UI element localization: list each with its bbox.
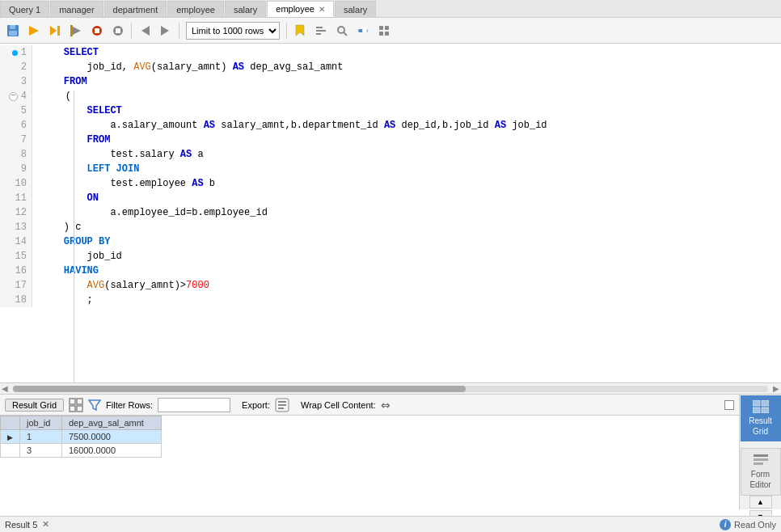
filter-input[interactable]	[158, 398, 230, 412]
line-num-12: 12	[5, 205, 27, 220]
code-line-13: ) c	[40, 220, 773, 234]
result-grid-button[interactable]: ResultGrid	[741, 395, 781, 441]
svg-rect-25	[385, 32, 389, 36]
svg-rect-38	[762, 407, 769, 413]
forward-button[interactable]	[156, 21, 175, 40]
back-button[interactable]	[135, 21, 154, 40]
tab-salary1-label: salary	[234, 5, 257, 15]
tab-bar: Query 1 manager department employee sala…	[0, 0, 781, 18]
tab-salary1[interactable]: salary	[225, 1, 266, 17]
line-num-6: 6	[5, 118, 27, 133]
save-button[interactable]	[3, 21, 23, 40]
info-icon[interactable]: i	[720, 519, 731, 530]
scroll-up-button[interactable]: ▲	[749, 496, 772, 509]
form-editor-button[interactable]: FormEditor	[741, 448, 781, 496]
table-row[interactable]: ▶ 1 7500.0000	[1, 430, 162, 444]
line-num-17: 17	[5, 278, 27, 293]
svg-rect-2	[9, 31, 17, 36]
tab-employee2[interactable]: employee ✕	[267, 1, 334, 17]
svg-point-21	[362, 28, 367, 33]
execute-all-button[interactable]	[24, 21, 44, 40]
code-line-10: test.employee AS b	[40, 176, 773, 191]
svg-line-19	[344, 32, 347, 36]
result-grid-area[interactable]: job_id dep_avg_sal_amnt ▶ 1 7500.0000 3	[0, 416, 739, 509]
status-right: i Read Only	[720, 519, 776, 530]
code-line-6: a.salary_amount AS salary_amnt,b.departm…	[40, 118, 773, 133]
limit-select[interactable]: Limit to 1000 rows No Limit Limit to 200…	[186, 22, 280, 40]
tab-query1[interactable]: Query 1	[0, 1, 49, 17]
scroll-left-arrow[interactable]: ◀	[0, 384, 10, 393]
result-side-panel: ResultGrid FormEditor ▲ ▼	[739, 395, 781, 509]
toggle-button[interactable]	[353, 21, 373, 40]
tab-query1-label: Query 1	[9, 5, 40, 15]
cell-dep-avg-1: 7500.0000	[61, 430, 161, 444]
table-row[interactable]: 3 16000.0000	[1, 444, 162, 458]
stop-script-button[interactable]	[108, 21, 128, 40]
code-line-14: GROUP BY	[40, 234, 773, 249]
row-indicator-header	[1, 416, 20, 430]
result-toolbar: Result Grid Filter Rows: Export: Wrap Ce…	[0, 395, 739, 416]
svg-rect-17	[316, 33, 321, 35]
toolbar-sep3	[286, 23, 287, 39]
explain-button[interactable]	[66, 21, 86, 40]
tab-manager[interactable]: manager	[50, 1, 103, 17]
col-header-dep-avg: dep_avg_sal_amnt	[61, 416, 161, 430]
result-panel: Result Grid Filter Rows: Export: Wrap Ce…	[0, 395, 781, 509]
read-only-label: Read Only	[734, 520, 776, 530]
svg-rect-28	[70, 406, 75, 412]
wrap-checkbox[interactable]	[724, 400, 734, 410]
svg-rect-40	[754, 458, 768, 461]
tab-employee1[interactable]: employee	[167, 1, 224, 17]
svg-rect-11	[116, 28, 120, 33]
beautify-button[interactable]	[311, 21, 331, 40]
svg-rect-24	[379, 32, 383, 36]
find-button[interactable]	[332, 21, 352, 40]
tab-department[interactable]: department	[104, 1, 167, 17]
svg-rect-1	[10, 25, 15, 29]
svg-rect-41	[754, 462, 763, 465]
code-lines[interactable]: SELECT job_id, AVG(salary_amnt) AS dep_a…	[32, 45, 781, 307]
svg-rect-22	[379, 26, 383, 30]
svg-rect-39	[754, 454, 768, 457]
svg-marker-12	[141, 26, 150, 36]
svg-rect-7	[70, 25, 73, 36]
svg-point-18	[338, 27, 344, 33]
svg-rect-5	[57, 26, 60, 36]
svg-marker-4	[50, 26, 57, 36]
export-label: Export:	[242, 400, 270, 410]
schema-button[interactable]	[374, 21, 394, 40]
scroll-thumb[interactable]	[13, 386, 466, 392]
horizontal-scrollbar[interactable]: ◀ ▶	[0, 383, 781, 395]
svg-rect-34	[278, 407, 284, 409]
svg-rect-9	[95, 28, 99, 33]
status-bar: Result 5 ✕ i Read Only	[0, 516, 781, 532]
export-icon[interactable]	[275, 398, 289, 412]
result-grid-tab[interactable]: Result Grid	[5, 399, 64, 412]
grid-icon	[69, 398, 83, 412]
execute-button[interactable]	[45, 21, 65, 40]
editor-area[interactable]: 1 2 3 −4 5 6 7 8 9 10 11 12 13 14 15 16 …	[0, 44, 781, 383]
row-arrow-1: ▶	[7, 433, 13, 441]
toolbar-sep1	[131, 23, 132, 39]
row-indicator-2	[1, 444, 20, 458]
result-table: job_id dep_avg_sal_amnt ▶ 1 7500.0000 3	[0, 416, 162, 458]
tab-salary2[interactable]: salary	[335, 1, 376, 17]
line-num-10: 10	[5, 176, 27, 191]
svg-rect-32	[278, 401, 286, 403]
line-num-4: −4	[5, 89, 27, 103]
line-num-16: 16	[5, 264, 27, 278]
code-container: 1 2 3 −4 5 6 7 8 9 10 11 12 13 14 15 16 …	[0, 44, 781, 309]
code-line-15: job_id	[40, 249, 773, 264]
result-status: Result 5	[5, 520, 37, 530]
svg-rect-23	[385, 26, 389, 30]
cell-dep-avg-2: 16000.0000	[61, 444, 161, 458]
tab-employee2-close[interactable]: ✕	[319, 5, 325, 14]
code-line-17: AVG(salary_amnt)>7000	[40, 278, 773, 293]
status-close[interactable]: ✕	[42, 519, 49, 530]
stop-button[interactable]	[87, 21, 107, 40]
collapse-4[interactable]: −	[9, 92, 18, 101]
scroll-right-arrow[interactable]: ▶	[771, 384, 781, 393]
line-num-11: 11	[5, 191, 27, 205]
bookmark-button[interactable]	[290, 21, 310, 40]
line-num-9: 9	[5, 162, 27, 176]
